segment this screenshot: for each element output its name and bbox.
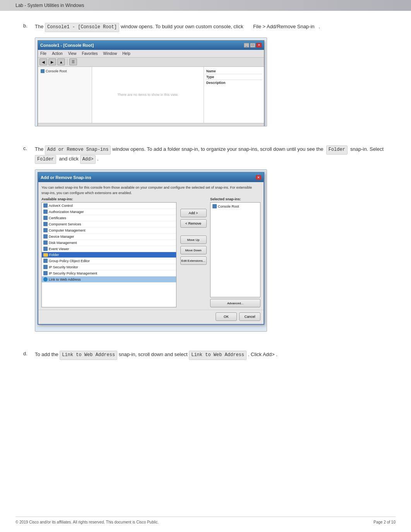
compmgmt-icon — [43, 228, 48, 232]
mmc-empty-text: There are no items to show in this view. — [117, 93, 178, 97]
console1-code: Console1 - [Console Root] — [45, 23, 119, 32]
mmc-statusbar — [38, 123, 264, 126]
item-gpo[interactable]: Group Policy Object Editor — [42, 258, 176, 264]
section-d-label: d. — [23, 350, 35, 360]
ipsecmon-icon — [43, 265, 48, 269]
snapins-desc: You can select snap-ins for this console… — [41, 185, 260, 196]
maximize-btn[interactable]: □ — [250, 43, 255, 48]
close-btn[interactable]: ✕ — [256, 43, 262, 48]
item-authmanager[interactable]: Authorization Manager — [42, 209, 176, 215]
selected-listbox[interactable]: Console Root — [210, 202, 260, 297]
mmc-center-pane: There are no items to show in this view. — [92, 67, 204, 123]
diskmgmt-icon — [43, 240, 48, 245]
certs-icon — [43, 216, 48, 220]
section-b-body: The Console1 - [Console Root] window ope… — [35, 22, 388, 134]
root-item-icon — [212, 204, 217, 208]
minimize-btn[interactable]: _ — [244, 43, 249, 48]
section-d-text-after: . Click Add> . — [248, 351, 277, 357]
mmc-menubar: File Action View Favorites Window Help — [38, 50, 264, 58]
mmc-title-text: Console1 - [Console Root] — [40, 43, 94, 48]
ipsecpol-icon — [43, 271, 48, 275]
page-container: Lab - System Utilities in Windows b. The… — [0, 0, 411, 532]
right-col-name: Name — [206, 68, 262, 74]
mmc-window-sim: Console1 - [Console Root] _ □ ✕ File Act… — [38, 40, 264, 126]
item-diskmgmt[interactable]: Disk Management — [42, 240, 176, 246]
folder-code: Folder — [326, 145, 348, 155]
item-folder[interactable]: Folder — [42, 252, 176, 258]
section-d-body: To add the Link to Web Address snap-in, … — [35, 350, 388, 360]
eventviewer-icon — [43, 247, 48, 251]
toolbar-separator — [67, 59, 67, 65]
menu-favorites[interactable]: Favorites — [82, 51, 98, 56]
devmgr-icon — [43, 234, 48, 239]
mmc-titlebar: Console1 - [Console Root] _ □ ✕ — [38, 41, 264, 50]
available-col: Available snap-ins: ActiveX Control Auth… — [41, 197, 176, 307]
add-btn-code: Add> — [80, 155, 96, 164]
screenshot-c: Add or Remove Snap-ins ✕ You can select … — [35, 169, 267, 332]
item-certs[interactable]: Certificates — [42, 215, 176, 221]
menu-action[interactable]: Action — [52, 51, 63, 56]
view-btn[interactable]: ☰ — [69, 58, 77, 65]
linkweb-icon — [43, 277, 48, 281]
remove-btn[interactable]: < Remove — [180, 219, 207, 228]
item-compmgmt[interactable]: Computer Management — [42, 227, 176, 234]
menu-view[interactable]: View — [68, 51, 77, 56]
main-content: b. The Console1 - [Console Root] window … — [0, 11, 411, 386]
section-d: d. To add the Link to Web Address snap-i… — [23, 350, 388, 360]
middle-buttons: Add > < Remove Move Up Move Down Edit Ex… — [179, 197, 208, 307]
advanced-btn[interactable]: Advanced... — [210, 299, 260, 307]
advanced-btn-wrapper: Advanced... — [210, 299, 260, 307]
snapins-desc-area: You can select snap-ins for this console… — [38, 182, 264, 197]
snapin-dialog-code: Add or Remove Snap-ins — [45, 145, 111, 155]
mmc-body: Console Root There are no items to show … — [38, 67, 264, 123]
selected-label: Selected snap-ins: — [210, 197, 260, 201]
section-b-text: The Console1 - [Console Root] window ope… — [35, 22, 388, 32]
back-btn[interactable]: ◀ — [39, 58, 47, 65]
section-c-label: c. — [23, 145, 35, 340]
item-compsvcs[interactable]: Component Services — [42, 221, 176, 227]
gpo-icon — [43, 259, 48, 263]
mmc-toolbar: ◀ ▶ ▲ ☰ — [38, 58, 264, 67]
root-icon — [41, 69, 45, 73]
snapins-close[interactable]: ✕ — [256, 175, 261, 180]
snapins-columns: Available snap-ins: ActiveX Control Auth… — [38, 197, 264, 307]
snapins-dialog: Add or Remove Snap-ins ✕ You can select … — [38, 172, 264, 325]
screenshot-b: Console1 - [Console Root] _ □ ✕ File Act… — [35, 38, 267, 126]
forward-btn[interactable]: ▶ — [48, 58, 56, 65]
section-b-label: b. — [23, 22, 35, 134]
item-ipsecpol[interactable]: IP Security Policy Management — [42, 270, 176, 276]
folder-select-code: Folder — [35, 155, 56, 164]
move-up-btn[interactable]: Move Up — [180, 235, 207, 244]
edit-ext-btn[interactable]: Edit Extensions... — [180, 256, 207, 265]
mmc-tree-pane: Console Root — [38, 67, 92, 123]
link-web-code-2: Link to Web Address — [189, 351, 247, 360]
activex-icon — [43, 203, 48, 208]
section-b: b. The Console1 - [Console Root] window … — [23, 22, 388, 134]
mmc-tree-item-root[interactable]: Console Root — [39, 68, 90, 74]
add-btn[interactable]: Add > — [180, 209, 207, 217]
section-c: c. The Add or Remove Snap-ins window ope… — [23, 145, 388, 340]
item-activex[interactable]: ActiveX Control — [42, 203, 176, 209]
available-listbox[interactable]: ActiveX Control Authorization Manager Ce… — [41, 202, 176, 307]
item-ipsecmon[interactable]: IP Security Monitor — [42, 264, 176, 270]
section-c-body: The Add or Remove Snap-ins window opens.… — [35, 145, 388, 340]
menu-window[interactable]: Window — [103, 51, 117, 56]
folder-icon — [43, 253, 48, 257]
snapins-title-text: Add or Remove Snap-ins — [41, 175, 91, 180]
menu-help[interactable]: Help — [122, 51, 130, 56]
move-down-btn[interactable]: Move Down — [180, 246, 207, 254]
header-bar: Lab - System Utilities in Windows — [0, 0, 411, 11]
item-eventviewer[interactable]: Event Viewer — [42, 246, 176, 252]
item-linkweb[interactable]: Link to Web Address — [42, 276, 176, 283]
up-btn[interactable]: ▲ — [57, 58, 65, 65]
footer-page: Page 2 of 10 — [373, 520, 396, 524]
selected-root: Console Root — [211, 203, 259, 209]
snapins-cancel-btn[interactable]: Cancel — [239, 312, 260, 321]
menu-file[interactable]: File — [40, 51, 46, 56]
snapins-ok-btn[interactable]: OK — [216, 312, 237, 321]
selected-col: Selected snap-ins: Console Root Advanced… — [210, 197, 260, 307]
link-web-code-1: Link to Web Address — [60, 351, 117, 360]
authmanager-icon — [43, 210, 48, 214]
right-col-type: Type — [206, 74, 262, 80]
item-devmgr[interactable]: Device Manager — [42, 234, 176, 240]
